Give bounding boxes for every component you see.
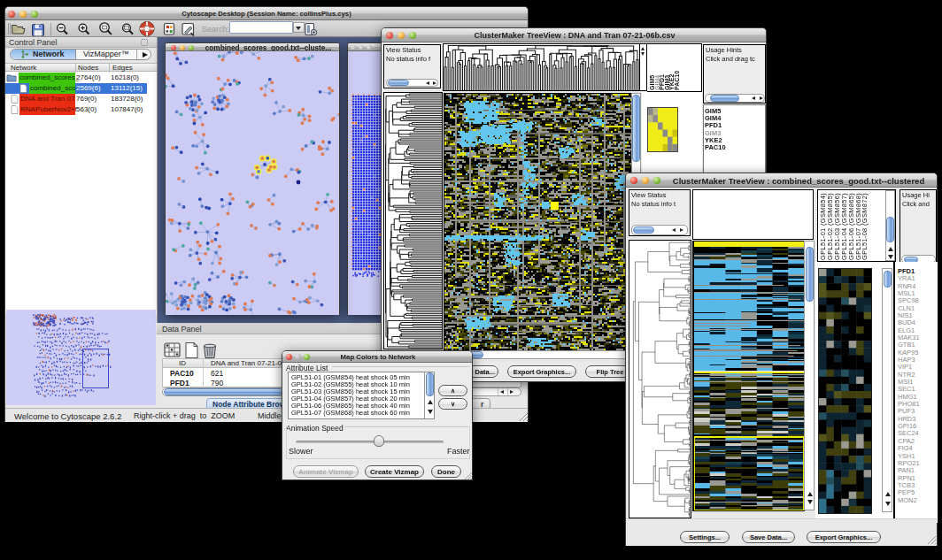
svg-text:Search:: Search:: [202, 25, 229, 34]
